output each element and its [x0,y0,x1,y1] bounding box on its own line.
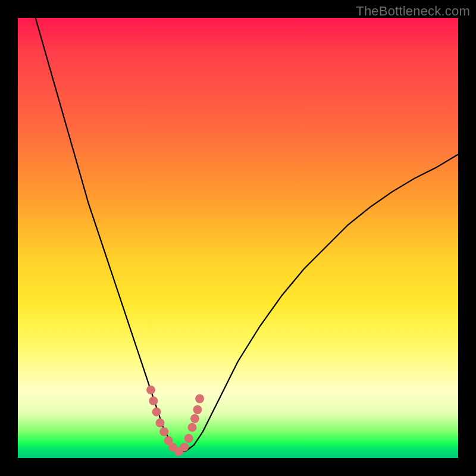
highlight-dot [180,443,189,452]
highlight-dot [146,386,155,394]
highlight-dot [188,423,197,432]
curve-layer [18,18,458,458]
watermark-text: TheBottleneck.com [356,4,470,19]
plot-area [18,18,458,458]
highlight-dot [152,408,161,416]
bottleneck-curve [36,18,458,452]
highlight-dot [190,414,199,423]
highlight-dot [156,418,165,427]
highlight-dot [184,434,193,443]
highlight-dots [146,386,204,456]
chart-frame: TheBottleneck.com [0,0,476,476]
highlight-dot [159,427,168,436]
highlight-dot [149,396,158,405]
highlight-dot [195,394,204,403]
highlight-dot [193,405,202,414]
